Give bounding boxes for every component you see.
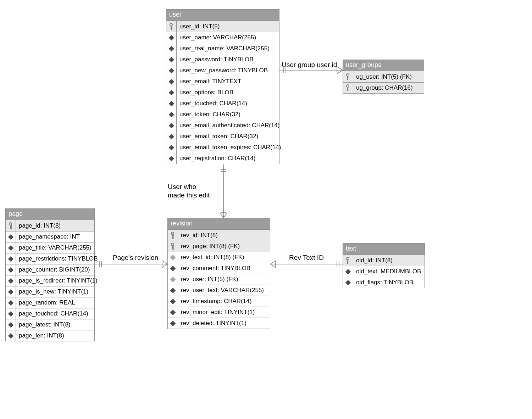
table-row: user_email: TINYTEXT <box>166 76 279 87</box>
table-row: user_token: CHAR(32) <box>166 109 279 120</box>
table-row: page_counter: BIGINT(20) <box>6 264 94 275</box>
diamond-icon <box>170 320 176 326</box>
table-row: page_touched: CHAR(14) <box>6 308 94 319</box>
column-label: user_password: TINYBLOB <box>177 54 279 65</box>
diamond-icon <box>168 123 174 128</box>
table-row: rev_user_text: VARCHAR(255) <box>168 285 270 296</box>
column-label: rev_text_id: INT(8) (FK) <box>178 252 270 263</box>
column-label: rev_timestamp: CHAR(14) <box>178 296 270 307</box>
table-page: pagepage_id: INT(8)page_namespace: INTpa… <box>5 208 95 341</box>
diamond-icon <box>8 311 13 317</box>
table-row: page_title: VARCHAR(255) <box>6 242 94 253</box>
diamond-icon <box>168 90 174 95</box>
table-row: user_email_authenticated: CHAR(14) <box>166 120 279 131</box>
table-row: page_namespace: INT <box>6 231 94 242</box>
table-row: user_registration: CHAR(14) <box>166 153 279 164</box>
rel-label-user-revision-2: made this edit <box>168 191 210 199</box>
diamond-icon <box>8 256 13 262</box>
rel-label-user-groups: User group user id <box>282 61 337 69</box>
table-row: user_email_token: CHAR(32) <box>166 131 279 142</box>
table-row: ug_group: CHAR(16) <box>343 82 424 93</box>
column-label: page_latest: INT(8) <box>16 319 94 330</box>
table-row: ug_user: INT(5) (FK) <box>343 71 424 82</box>
svg-line-9 <box>220 213 223 218</box>
table-title-user-groups: user_groups <box>343 60 424 71</box>
key-icon <box>170 243 175 250</box>
rel-label-user-revision-1: User who <box>168 183 196 191</box>
table-title-revision: revision <box>168 218 270 230</box>
column-label: user_name: VARCHAR(255) <box>177 32 279 43</box>
column-label: old_text: MEDIUMBLOB <box>353 266 425 277</box>
table-row: user_options: BLOB <box>166 87 279 98</box>
table-row: rev_page: INT(8) (FK) <box>168 241 270 252</box>
table-row: user_touched: CHAR(14) <box>166 98 279 109</box>
key-icon <box>8 222 13 229</box>
column-label: rev_comment: TINYBLOB <box>178 263 270 274</box>
svg-line-4 <box>337 70 343 74</box>
column-label: old_flags: TINYBLOB <box>353 277 425 288</box>
column-label: page_namespace: INT <box>16 231 94 242</box>
column-label: user_email_authenticated: CHAR(14) <box>177 120 283 131</box>
diamond-icon <box>345 269 351 274</box>
diamond-icon <box>170 255 176 260</box>
diamond-icon <box>8 333 13 339</box>
column-label: user_email_token: CHAR(32) <box>177 131 279 142</box>
table-row: page_latest: INT(8) <box>6 319 94 330</box>
diamond-icon <box>168 35 174 40</box>
column-label: rev_page: INT(8) (FK) <box>178 241 270 252</box>
diamond-icon <box>8 245 13 251</box>
diamond-icon <box>8 278 13 284</box>
svg-line-10 <box>223 213 227 218</box>
column-label: old_id: INT(8) <box>353 255 425 266</box>
column-label: page_title: VARCHAR(255) <box>16 242 94 253</box>
diamond-icon <box>168 112 174 117</box>
table-title-user: user <box>166 10 279 21</box>
svg-line-19 <box>270 261 276 264</box>
table-row: user_name: VARCHAR(255) <box>166 32 279 43</box>
column-label: rev_user_text: VARCHAR(255) <box>178 285 270 296</box>
diamond-icon <box>170 298 176 304</box>
column-label: user_options: BLOB <box>177 87 279 98</box>
rel-label-revision-text: Rev Text ID <box>289 254 324 262</box>
svg-line-3 <box>337 67 343 70</box>
diamond-icon <box>168 101 174 106</box>
er-diagram-canvas: { "tables": { "user": { "title": "user",… <box>0 0 532 419</box>
table-row: user_password: TINYBLOB <box>166 54 279 65</box>
key-icon <box>170 232 175 239</box>
table-row: page_len: INT(8) <box>6 330 94 341</box>
diamond-icon <box>168 145 174 150</box>
table-row: user_real_name: VARCHAR(255) <box>166 43 279 54</box>
column-label: rev_user: INT(5) (FK) <box>178 274 270 285</box>
column-label: user_email_token_expires: CHAR(14) <box>177 142 284 153</box>
column-label: page_is_new: TINYINT(1) <box>16 286 94 297</box>
key-icon <box>345 84 350 91</box>
column-label: page_restrictions: TINYBLOB <box>16 253 101 264</box>
diamond-icon <box>170 287 176 293</box>
column-label: page_counter: BIGINT(20) <box>16 264 94 275</box>
table-revision: revisionrev_id: INT(8)rev_page: INT(8) (… <box>167 218 270 329</box>
diamond-icon <box>8 234 13 240</box>
table-row: user_email_token_expires: CHAR(14) <box>166 142 279 153</box>
table-row: old_text: MEDIUMBLOB <box>343 266 425 277</box>
column-label: user_touched: CHAR(14) <box>177 98 279 109</box>
key-icon <box>169 23 174 30</box>
diamond-icon <box>8 322 13 328</box>
diamond-icon <box>170 266 176 271</box>
diamond-icon <box>170 309 176 315</box>
table-text: textold_id: INT(8)old_text: MEDIUMBLOBol… <box>343 243 425 288</box>
column-label: user_real_name: VARCHAR(255) <box>177 43 279 54</box>
table-row: rev_text_id: INT(8) (FK) <box>168 252 270 263</box>
diamond-icon <box>168 57 174 62</box>
diamond-icon <box>168 134 174 139</box>
column-label: page_id: INT(8) <box>16 220 94 231</box>
column-label: page_random: REAL <box>16 297 94 308</box>
table-row: old_id: INT(8) <box>343 255 425 266</box>
table-row: page_restrictions: TINYBLOB <box>6 253 94 264</box>
column-label: user_registration: CHAR(14) <box>177 153 279 164</box>
column-label: page_touched: CHAR(14) <box>16 308 94 319</box>
diamond-icon <box>168 79 174 84</box>
column-label: page_len: INT(8) <box>16 330 94 341</box>
diamond-icon <box>8 267 13 273</box>
table-row: rev_timestamp: CHAR(14) <box>168 296 270 307</box>
column-label: ug_user: INT(5) (FK) <box>353 71 424 82</box>
